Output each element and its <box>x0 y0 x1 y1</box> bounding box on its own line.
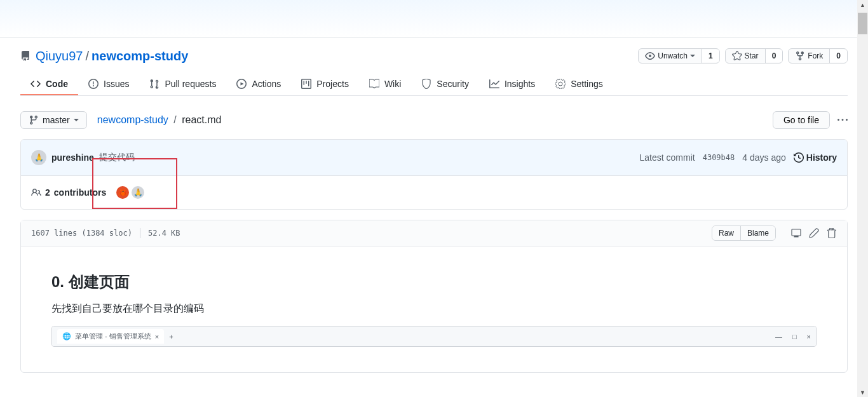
code-icon <box>31 79 41 89</box>
pencil-icon[interactable] <box>809 228 819 238</box>
trash-icon[interactable] <box>827 228 837 238</box>
repo-name-link[interactable]: newcomp-study <box>92 49 188 64</box>
latest-commit-label: Latest commit <box>640 152 695 163</box>
desktop-icon[interactable] <box>791 228 801 238</box>
tab-issues[interactable]: Issues <box>78 74 139 95</box>
repo-nav: Code Issues Pull requests Actions Projec… <box>20 74 848 96</box>
star-button[interactable]: Star 0 <box>725 48 783 64</box>
browser-mock: 🌐 菜单管理 - 销售管理系统 × + — □ × <box>51 326 817 347</box>
scrollbar-track[interactable]: ▲ ▼ <box>857 0 868 388</box>
readme-content: 0. 创建页面 先找到自己要放在哪个目录的编码 🌐 菜单管理 - 销售管理系统 … <box>21 246 847 372</box>
projects-icon <box>301 79 311 89</box>
commit-sha[interactable]: 4309b48 <box>703 153 735 162</box>
goto-file-button[interactable]: Go to file <box>773 111 830 129</box>
repo-title-block: Qiuyu97 / newcomp-study <box>20 49 188 64</box>
git-branch-icon <box>29 115 39 125</box>
eye-icon <box>645 51 655 61</box>
branch-select[interactable]: master <box>20 111 87 129</box>
tab-insights[interactable]: Insights <box>479 74 545 95</box>
readme-paragraph: 先找到自己要放在哪个目录的编码 <box>51 302 817 316</box>
file-lines: 1607 lines (1384 sloc) <box>31 229 132 238</box>
gear-icon <box>555 79 566 89</box>
readme-heading: 0. 创建页面 <box>51 272 817 292</box>
raw-button[interactable]: Raw <box>712 226 741 240</box>
watch-count: 1 <box>702 50 719 62</box>
tab-security[interactable]: Security <box>411 74 479 95</box>
graph-icon <box>489 79 499 89</box>
pull-request-icon <box>149 79 159 89</box>
shield-icon <box>421 79 431 89</box>
watch-label: Unwatch <box>658 51 688 60</box>
caret-down-icon <box>690 55 695 57</box>
scrollbar-thumb[interactable] <box>858 13 867 34</box>
tab-settings[interactable]: Settings <box>545 74 613 95</box>
caret-down-icon <box>74 119 79 121</box>
tab-wiki[interactable]: Wiki <box>359 74 411 95</box>
commit-time: 4 days ago <box>742 152 786 163</box>
people-icon <box>31 187 41 198</box>
contributors-label[interactable]: 2 contributors <box>31 187 106 198</box>
star-icon <box>732 51 742 61</box>
scroll-down-icon[interactable]: ▼ <box>858 387 867 388</box>
plus-icon: + <box>169 333 173 340</box>
blame-button[interactable]: Blame <box>741 226 775 240</box>
fork-label: Fork <box>808 51 823 60</box>
commit-message[interactable]: 提交代码 <box>99 152 135 163</box>
breadcrumb-file: react.md <box>182 114 221 125</box>
breadcrumb-root[interactable]: newcomp-study <box>97 114 168 125</box>
repo-separator: / <box>86 49 90 64</box>
kebab-icon[interactable] <box>837 115 848 125</box>
fork-icon <box>795 51 805 61</box>
play-icon <box>236 79 247 89</box>
history-icon <box>794 152 804 163</box>
tab-code[interactable]: Code <box>20 74 78 95</box>
close-window-icon: × <box>807 333 811 340</box>
file-size: 52.4 KB <box>148 229 180 238</box>
repo-owner-link[interactable]: Qiuyu97 <box>36 49 83 64</box>
globe-icon: 🌐 <box>62 332 71 340</box>
browser-tab-title: 菜单管理 - 销售管理系统 <box>75 332 151 341</box>
book-icon <box>369 79 379 89</box>
tab-projects[interactable]: Projects <box>291 74 359 95</box>
avatar[interactable]: 🙏 <box>31 150 46 165</box>
minimize-icon: — <box>775 333 782 340</box>
scroll-up-icon[interactable]: ▲ <box>858 0 867 10</box>
tab-actions[interactable]: Actions <box>226 74 291 95</box>
branch-name: master <box>43 115 70 125</box>
watch-button[interactable]: Unwatch 1 <box>638 48 719 64</box>
contributor-avatar-1[interactable]: 🦀 <box>116 186 129 199</box>
contributor-avatar-2[interactable]: 🙏 <box>132 186 144 199</box>
fork-count: 0 <box>830 50 847 62</box>
commit-author[interactable]: pureshine <box>51 152 94 163</box>
gradient-header <box>0 0 868 38</box>
maximize-icon: □ <box>792 333 797 340</box>
fork-button[interactable]: Fork 0 <box>788 48 848 64</box>
history-link[interactable]: History <box>794 152 837 163</box>
tab-pulls[interactable]: Pull requests <box>139 74 226 95</box>
issues-icon <box>88 79 98 89</box>
repo-icon <box>20 51 31 61</box>
star-label: Star <box>745 51 759 60</box>
close-icon: × <box>155 333 159 340</box>
breadcrumb: newcomp-study / react.md <box>97 114 222 126</box>
star-count: 0 <box>766 50 783 62</box>
